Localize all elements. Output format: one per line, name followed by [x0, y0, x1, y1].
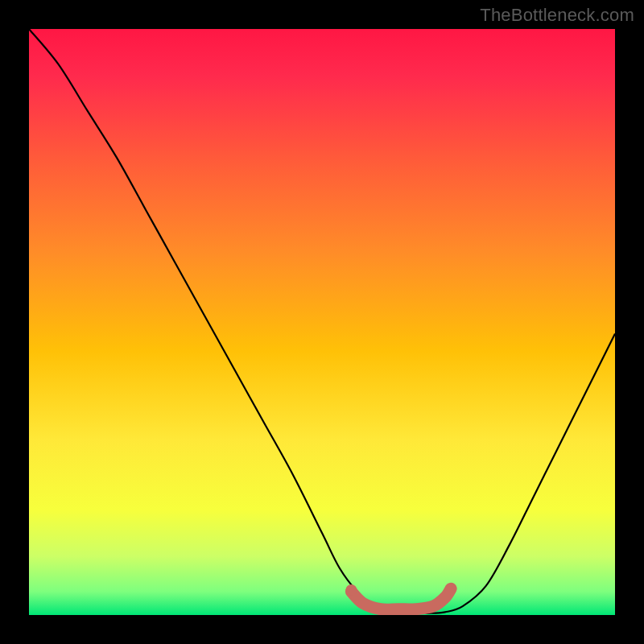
optimal-zone-start-dot [345, 584, 357, 596]
bottleneck-curve-line [29, 29, 615, 613]
optimal-zone-marker [351, 588, 451, 609]
chart-curves [29, 29, 615, 615]
chart-plot-area [29, 29, 615, 615]
watermark-text: TheBottleneck.com [480, 5, 634, 26]
